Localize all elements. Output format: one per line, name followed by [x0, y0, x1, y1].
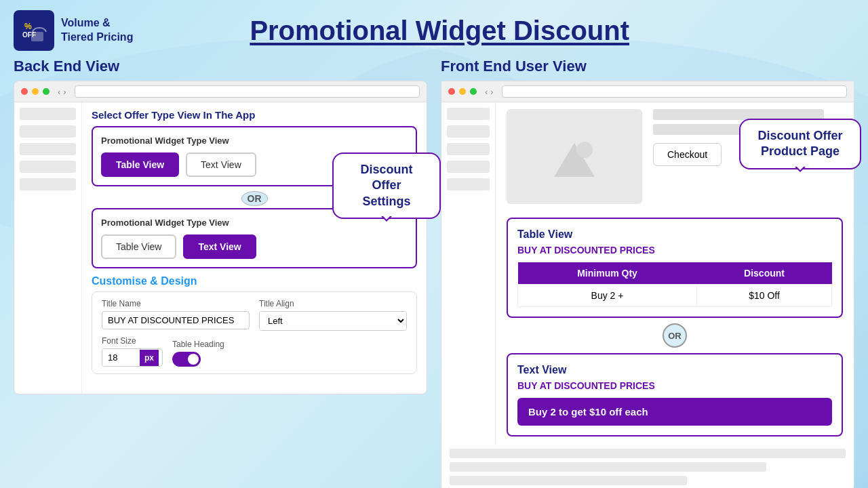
text-view-content: Buy 2 to get $10 off each: [517, 398, 832, 426]
checkout-button[interactable]: Checkout: [653, 143, 722, 166]
discount-table: Minimum Qty Discount Buy 2 + $10 Off: [517, 262, 832, 307]
right-sidebar: [441, 102, 496, 443]
font-size-row: Font Size px Table Heading: [102, 336, 407, 367]
svg-rect-3: [31, 32, 43, 41]
browser-nav: ‹ ›: [58, 87, 66, 97]
forward-nav[interactable]: ›: [63, 87, 66, 97]
product-image-placeholder: [507, 109, 642, 204]
left-speech-bubble: Discount Offer Settings: [332, 152, 441, 219]
table-view-button-2[interactable]: Table View: [101, 235, 176, 259]
logo: % OFF Volume & Tiered Pricing: [14, 10, 133, 51]
product-image-svg: [547, 129, 601, 184]
form-group-title-name: Title Name: [102, 299, 250, 331]
svg-text:%: %: [24, 22, 32, 31]
title-name-input[interactable]: [102, 311, 250, 329]
right-bottom-lines: [441, 443, 854, 488]
table-view-title: Table View: [517, 228, 832, 241]
table-view-widget: Table View BUY AT DISCOUNTED PRICES Mini…: [507, 218, 843, 318]
main-title: Promotional Widget Discount: [133, 16, 746, 46]
right-col-title: Front End User View: [441, 58, 854, 75]
right-sidebar-bar-5: [447, 178, 490, 190]
font-size-group: Font Size px: [102, 336, 163, 367]
widget-type-label-2: Promotional Widget Type View: [101, 218, 408, 228]
text-view-button-2[interactable]: Text View: [183, 235, 256, 259]
sidebar-bar-2: [20, 125, 76, 138]
title-align-select[interactable]: Left Center Right: [260, 312, 406, 330]
right-browser-nav: ‹ ›: [485, 87, 494, 97]
right-sidebar-bar-4: [447, 161, 490, 173]
right-url-bar[interactable]: [502, 85, 847, 98]
sidebar-bar-3: [20, 143, 76, 155]
table-cell-discount: $10 Off: [697, 285, 832, 307]
url-bar[interactable]: [75, 85, 420, 98]
two-col-layout: Back End View Discount Offer Settings ‹ …: [14, 58, 854, 478]
text-view-button-1[interactable]: Text View: [186, 152, 256, 177]
logo-icon: % OFF: [14, 10, 54, 51]
bottom-line-3: [450, 476, 687, 485]
table-heading-group: Table Heading: [172, 340, 224, 367]
px-badge: px: [140, 350, 159, 366]
form-group-title-align: Title Align Left Center Right: [259, 299, 407, 331]
table-header-discount: Discount: [697, 262, 832, 285]
form-row-1: Title Name Title Align Left Center: [102, 299, 407, 331]
header: % OFF Volume & Tiered Pricing Promotiona…: [14, 10, 854, 51]
sidebar-bar-1: [20, 108, 76, 120]
font-size-label: Font Size: [102, 336, 163, 346]
right-or-circle: OR: [663, 323, 687, 348]
right-dot-red: [448, 88, 455, 95]
left-main: Select Offer Type View In The App Promot…: [82, 102, 427, 394]
dot-yellow: [32, 88, 39, 95]
table-view-subtitle: BUY AT DISCOUNTED PRICES: [517, 245, 832, 256]
right-browser-bar: ‹ ›: [441, 81, 854, 102]
text-view-subtitle: BUY AT DISCOUNTED PRICES: [517, 380, 832, 391]
table-view-button-1[interactable]: Table View: [101, 152, 179, 177]
customise-card: Title Name Title Align Left Center: [92, 291, 417, 374]
logo-text: Volume & Tiered Pricing: [61, 16, 133, 45]
right-back-nav[interactable]: ‹: [485, 87, 488, 97]
view-buttons-2: Table View Text View: [101, 235, 408, 259]
sidebar-bar-4: [20, 161, 76, 173]
table-row: Buy 2 + $10 Off: [518, 285, 832, 307]
customise-title: Customise & Design: [92, 275, 417, 287]
left-browser-body: Select Offer Type View In The App Promot…: [14, 102, 427, 394]
svg-point-5: [576, 142, 593, 158]
table-cell-qty: Buy 2 +: [518, 285, 697, 307]
font-size-input-wrapper: px: [102, 348, 163, 367]
dot-green: [43, 88, 50, 95]
table-header-qty: Minimum Qty: [518, 262, 697, 285]
left-sidebar: [14, 102, 82, 394]
title-align-label: Title Align: [259, 299, 407, 308]
dot-red: [21, 88, 28, 95]
right-sidebar-bar-2: [447, 125, 490, 138]
right-dot-yellow: [459, 88, 466, 95]
left-col-title: Back End View: [14, 58, 427, 75]
left-column: Back End View Discount Offer Settings ‹ …: [14, 58, 427, 478]
table-heading-toggle[interactable]: [172, 352, 201, 367]
text-view-widget: Text View BUY AT DISCOUNTED PRICES Buy 2…: [507, 353, 843, 436]
table-heading-label: Table Heading: [172, 340, 224, 349]
right-dot-green: [470, 88, 477, 95]
left-browser: ‹ › Select Offer: [14, 81, 427, 394]
back-nav[interactable]: ‹: [58, 87, 60, 97]
left-browser-bar: ‹ ›: [14, 81, 427, 102]
right-or-row: OR: [507, 321, 843, 350]
sidebar-bar-5: [20, 178, 76, 190]
text-view-title: Text View: [517, 364, 832, 376]
title-align-select-wrapper: Left Center Right: [259, 311, 407, 331]
right-forward-nav[interactable]: ›: [490, 87, 493, 97]
font-size-input[interactable]: [102, 349, 140, 366]
bottom-line-2: [450, 462, 766, 472]
right-column: Front End User View Discount Offer Produ…: [441, 58, 854, 478]
title-name-label: Title Name: [102, 299, 250, 308]
select-offer-label: Select Offer Type View In The App: [92, 109, 417, 121]
right-sidebar-bar-3: [447, 143, 490, 155]
bottom-line-1: [450, 449, 846, 458]
right-sidebar-bar-1: [447, 108, 490, 120]
right-speech-bubble: Discount Offer Product Page: [739, 119, 861, 169]
widget-type-label-1: Promotional Widget Type View: [101, 136, 408, 146]
